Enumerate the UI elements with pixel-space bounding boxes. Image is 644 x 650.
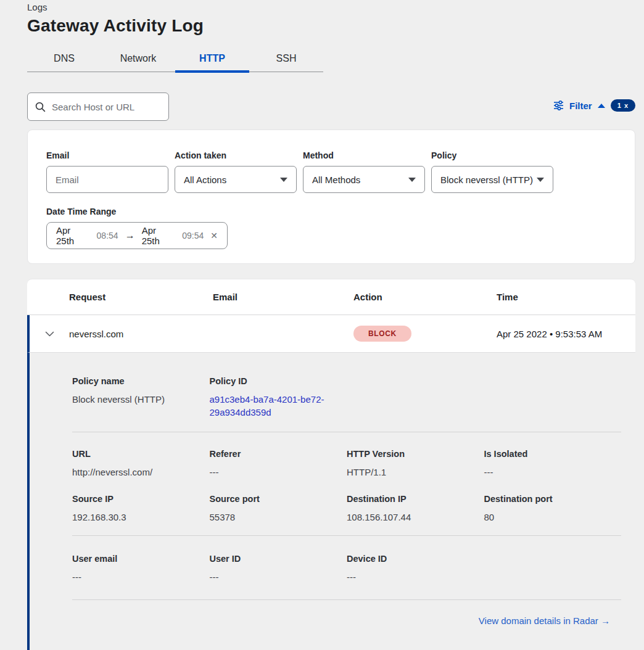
device-id-label: Device ID xyxy=(347,554,484,564)
user-id-value: --- xyxy=(210,570,347,583)
filter-count-badge[interactable]: 1 x xyxy=(611,99,635,112)
is-isolated-value: --- xyxy=(484,466,622,479)
activity-log-table: Request Email Action Time neverssl.com B… xyxy=(27,279,635,650)
action-taken-field: Action taken All Actions xyxy=(175,150,297,193)
search-icon xyxy=(35,102,46,112)
referer-label: Referer xyxy=(210,449,347,459)
policy-name-label: Policy name xyxy=(72,376,210,386)
email-filter-input[interactable] xyxy=(46,166,168,193)
collapse-caret-icon xyxy=(598,104,605,108)
policy-name-value: Block neverssl (HTTP) xyxy=(72,393,210,406)
email-filter-field: Email xyxy=(46,150,168,193)
tab-network[interactable]: Network xyxy=(101,46,175,72)
date-range-picker[interactable]: Apr 25th 08:54 → Apr 25th 09:54 ✕ xyxy=(46,222,228,249)
referer-item: Referer --- xyxy=(210,449,347,479)
date-time-range-label: Date Time Range xyxy=(46,207,616,216)
method-value: All Methods xyxy=(312,175,360,185)
search-input[interactable] xyxy=(52,102,175,112)
filter-toggle[interactable]: Filter 1 x xyxy=(553,97,635,113)
url-label: URL xyxy=(72,449,210,459)
column-header-request: Request xyxy=(69,292,213,302)
is-isolated-item: Is Isolated --- xyxy=(484,449,622,479)
source-port-label: Source port xyxy=(210,494,347,504)
table-row[interactable]: neverssl.com BLOCK Apr 25 2022 • 9:53:53… xyxy=(27,315,635,353)
tab-ssh[interactable]: SSH xyxy=(249,46,323,72)
tab-ssh-label: SSH xyxy=(276,53,297,64)
table-header-row: Request Email Action Time xyxy=(27,279,635,315)
device-id-item: Device ID --- xyxy=(347,554,484,583)
policy-select[interactable]: Block neverssl (HTTP) xyxy=(431,166,553,193)
column-header-action: Action xyxy=(353,292,497,302)
block-status-badge: BLOCK xyxy=(353,326,411,342)
breadcrumb: Logs xyxy=(27,2,47,12)
http-version-label: HTTP Version xyxy=(347,449,484,459)
detail-divider xyxy=(72,535,621,536)
dropdown-caret-icon xyxy=(280,178,287,182)
destination-ip-item: Destination IP 108.156.107.44 xyxy=(347,494,484,524)
cell-time: Apr 25 2022 • 9:53:53 AM xyxy=(497,329,635,339)
active-tab-underline xyxy=(175,70,249,73)
column-header-email: Email xyxy=(213,292,353,302)
source-ip-item: Source IP 192.168.30.3 xyxy=(72,494,210,524)
cell-action: BLOCK xyxy=(353,326,497,342)
action-taken-select[interactable]: All Actions xyxy=(175,166,297,193)
http-version-item: HTTP Version HTTP/1.1 xyxy=(347,449,484,479)
policy-group: Policy name Block neverssl (HTTP) Policy… xyxy=(72,376,621,419)
detail-divider xyxy=(72,599,621,600)
source-port-item: Source port 55378 xyxy=(210,494,347,524)
filter-sliders-icon xyxy=(553,101,564,110)
network-group: Source IP 192.168.30.3 Source port 55378… xyxy=(72,494,621,524)
policy-label: Policy xyxy=(431,150,553,160)
user-group: User email --- User ID --- Device ID --- xyxy=(72,554,621,583)
clear-date-range-icon[interactable]: ✕ xyxy=(210,231,218,241)
action-taken-label: Action taken xyxy=(175,150,297,160)
search-box[interactable] xyxy=(27,93,169,121)
method-label: Method xyxy=(303,150,425,160)
tab-dns[interactable]: DNS xyxy=(27,46,101,72)
destination-port-item: Destination port 80 xyxy=(484,494,622,524)
http-version-value: HTTP/1.1 xyxy=(347,466,484,479)
gateway-activity-log-page: Logs Gateway Activity Log DNS Network HT… xyxy=(0,0,644,650)
destination-ip-value: 108.156.107.44 xyxy=(347,511,484,524)
dropdown-caret-icon xyxy=(537,178,544,182)
tab-http-label: HTTP xyxy=(199,53,225,64)
http-group: URL http://neverssl.com/ Referer --- HTT… xyxy=(72,449,621,479)
policy-field: Policy Block neverssl (HTTP) xyxy=(431,150,553,193)
user-email-value: --- xyxy=(72,570,210,583)
url-value: http://neverssl.com/ xyxy=(72,466,210,479)
expand-row-button[interactable] xyxy=(30,331,69,337)
email-filter-label: Email xyxy=(46,150,168,160)
action-taken-value: All Actions xyxy=(184,175,226,185)
tab-http[interactable]: HTTP xyxy=(175,46,249,72)
filter-label: Filter xyxy=(569,101,592,111)
policy-id-link[interactable]: a91c3eb4-ba7a-4201-be72-29a934dd359d xyxy=(210,393,328,419)
user-email-item: User email --- xyxy=(72,554,210,583)
destination-port-value: 80 xyxy=(484,511,622,524)
method-select[interactable]: All Methods xyxy=(303,166,425,193)
cell-request: neverssl.com xyxy=(69,329,213,339)
date-time-range-field: Date Time Range Apr 25th 08:54 → Apr 25t… xyxy=(46,207,616,249)
start-time: 08:54 xyxy=(97,231,118,241)
column-header-time: Time xyxy=(497,292,635,302)
referer-value: --- xyxy=(210,466,347,479)
end-time: 09:54 xyxy=(182,231,204,241)
is-isolated-label: Is Isolated xyxy=(484,449,622,459)
view-domain-in-radar-link[interactable]: View domain details in Radar → xyxy=(479,615,610,626)
detail-divider xyxy=(72,432,621,432)
destination-ip-label: Destination IP xyxy=(347,494,484,504)
log-type-tabs: DNS Network HTTP SSH xyxy=(27,46,323,72)
source-ip-value: 192.168.30.3 xyxy=(72,511,210,524)
policy-id-item: Policy ID a91c3eb4-ba7a-4201-be72-29a934… xyxy=(210,376,347,419)
dropdown-caret-icon xyxy=(408,178,416,182)
start-date: Apr 25th xyxy=(56,225,90,246)
filter-panel: Email Action taken All Actions Method Al… xyxy=(27,130,635,264)
url-item: URL http://neverssl.com/ xyxy=(72,449,210,479)
row-detail-panel: Policy name Block neverssl (HTTP) Policy… xyxy=(27,353,635,650)
policy-id-label: Policy ID xyxy=(210,376,347,386)
method-field: Method All Methods xyxy=(303,150,425,193)
policy-value: Block neverssl (HTTP) xyxy=(440,175,533,185)
page-title: Gateway Activity Log xyxy=(27,16,204,36)
device-id-value: --- xyxy=(347,570,484,583)
user-email-label: User email xyxy=(72,554,210,564)
user-id-item: User ID --- xyxy=(210,554,347,583)
